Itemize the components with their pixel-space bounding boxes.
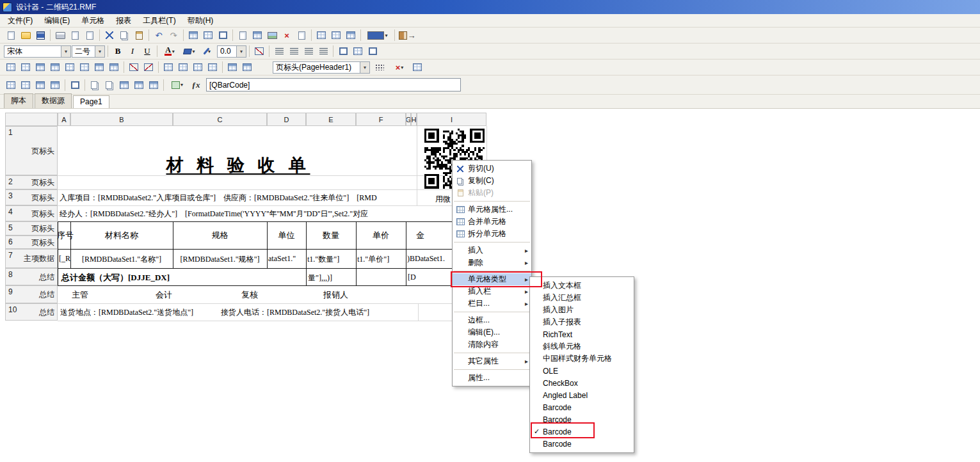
- formula-input[interactable]: [QBarCode]: [206, 78, 461, 92]
- context-menu-item-split-cells[interactable]: 拆分单元格: [453, 228, 531, 240]
- diagonal-slash-button[interactable]: [127, 61, 141, 74]
- row-header-9[interactable]: 9总结: [5, 285, 58, 303]
- submenu-item-richtext[interactable]: RichText: [530, 328, 634, 340]
- chevron-down-icon[interactable]: ▾: [360, 62, 369, 73]
- align-justify-button[interactable]: [316, 45, 330, 58]
- superscript-button[interactable]: [225, 61, 239, 74]
- band-selector-combo[interactable]: 页标头(PageHeader1) ▾: [273, 61, 370, 74]
- insert-column-right-button[interactable]: [19, 61, 33, 74]
- line-color-button[interactable]: ▾: [200, 45, 216, 58]
- group-button[interactable]: [88, 79, 102, 92]
- chevron-down-icon[interactable]: ▾: [61, 46, 70, 57]
- report-table-button[interactable]: [201, 29, 215, 42]
- font-color-button[interactable]: A▾: [160, 45, 179, 58]
- chevron-down-icon[interactable]: ▾: [236, 46, 246, 57]
- submenu-item-diagonal-cell[interactable]: 斜线单元格: [530, 340, 634, 353]
- cut-button[interactable]: [102, 29, 116, 42]
- tab-page1[interactable]: Page1: [73, 95, 109, 108]
- merge-right-button[interactable]: [176, 61, 190, 74]
- row-header-10[interactable]: 10总结: [5, 303, 58, 321]
- total-mid-cell[interactable]: 量"],,,)]: [308, 273, 332, 283]
- merge-up-button[interactable]: [191, 61, 205, 74]
- print-preview-button[interactable]: [68, 29, 82, 42]
- border-none-button[interactable]: [365, 45, 380, 58]
- submenu-item-insert-image[interactable]: 插入图片: [530, 304, 634, 316]
- table-header-name[interactable]: 材料名称: [70, 230, 173, 241]
- insert-column-left-button[interactable]: [4, 61, 18, 74]
- insert-image-button[interactable]: [265, 29, 279, 42]
- menu-file[interactable]: 文件(F): [2, 14, 38, 28]
- column-header-I[interactable]: I: [417, 113, 486, 126]
- paste-button[interactable]: [132, 29, 146, 42]
- row-header-3[interactable]: 3页标头: [5, 189, 58, 205]
- show-bands-button[interactable]: [344, 29, 358, 42]
- context-menu-item-cell-properties[interactable]: 单元格属性...: [453, 203, 531, 216]
- column-header-H[interactable]: H: [411, 113, 417, 126]
- submenu-item-insert-summary[interactable]: 插入汇总框: [530, 292, 634, 304]
- submenu-item-chinese-financial-cell[interactable]: 中国样式财务单元格: [530, 353, 634, 365]
- open-file-button[interactable]: [19, 29, 33, 42]
- context-menu-item-edit[interactable]: 编辑(E)...: [453, 326, 531, 339]
- table-style-button-1[interactable]: [117, 79, 131, 92]
- column-header-B[interactable]: B: [70, 113, 173, 126]
- data-cell-unit[interactable]: ataSet1.": [268, 254, 296, 264]
- distribute-button[interactable]: [48, 79, 62, 92]
- chevron-down-icon[interactable]: ▾: [95, 46, 104, 57]
- exit-designer-button[interactable]: →: [398, 29, 417, 42]
- tab-datasource[interactable]: 数据源: [35, 93, 72, 108]
- submenu-item-insert-textbox[interactable]: 插入文本框: [530, 280, 634, 292]
- row-header-4[interactable]: 4页标头: [5, 205, 58, 221]
- copy-button[interactable]: [117, 29, 131, 42]
- table-header-qty[interactable]: 数量: [306, 230, 356, 241]
- sign-accountant-cell[interactable]: 会计: [156, 289, 172, 301]
- context-menu-item-delete[interactable]: 删除▸: [453, 257, 531, 269]
- font-family-combo[interactable]: 宋体 ▾: [4, 45, 71, 58]
- submenu-item-insert-subreport[interactable]: 插入子报表: [530, 316, 634, 328]
- align-left-button[interactable]: [272, 45, 286, 58]
- table-header-amount[interactable]: 金: [406, 230, 435, 241]
- show-headers-button[interactable]: [329, 29, 343, 42]
- data-cell-seq[interactable]: [_R: [59, 254, 70, 264]
- sign-reviewer-cell[interactable]: 复核: [241, 289, 258, 301]
- resize-row-button[interactable]: [107, 61, 121, 74]
- merge-down-button[interactable]: [205, 61, 220, 74]
- align-top-button[interactable]: [4, 79, 18, 92]
- submenu-item-checkbox[interactable]: CheckBox: [530, 377, 634, 389]
- table-style-button-3[interactable]: [147, 79, 161, 92]
- context-menu-item-merge-cells[interactable]: 合并单元格: [453, 216, 531, 228]
- align-center-button[interactable]: [287, 45, 301, 58]
- data-cell-name[interactable]: [RMDBDataSet1."名称"]: [70, 254, 173, 265]
- submenu-item-barcode-4[interactable]: Barcode: [530, 438, 634, 450]
- new-page-button[interactable]: [294, 29, 309, 42]
- merge-left-button[interactable]: [161, 61, 175, 74]
- bold-button[interactable]: B: [111, 45, 125, 58]
- insert-object-dropdown[interactable]: ▾: [166, 79, 188, 92]
- report-title-cell[interactable]: 材 料 验 收 单: [70, 154, 406, 177]
- context-menu-item-clear-content[interactable]: 清除内容: [453, 339, 531, 351]
- resize-column-button[interactable]: [92, 61, 106, 74]
- column-header-G[interactable]: G: [406, 113, 411, 126]
- column-header-E[interactable]: E: [306, 113, 356, 126]
- row-header-5[interactable]: 5页标头: [5, 221, 58, 235]
- menu-report[interactable]: 报表: [110, 14, 137, 28]
- context-menu-item-cut[interactable]: 剪切(U): [453, 163, 531, 175]
- lock-button[interactable]: [410, 61, 424, 74]
- submenu-item-barcode-1[interactable]: Barcode: [530, 401, 634, 413]
- context-menu-item-columns[interactable]: 栏目...▸: [453, 298, 531, 310]
- underline-button[interactable]: U: [140, 45, 154, 58]
- border-outline-button[interactable]: [336, 45, 350, 58]
- data-cell-qty[interactable]: t1."数量"]: [307, 254, 339, 265]
- ungroup-button[interactable]: [102, 79, 116, 92]
- delete-object-button[interactable]: ×: [280, 29, 294, 42]
- menu-edit[interactable]: 编辑(E): [38, 14, 76, 28]
- row-header-7[interactable]: 7主项数据: [5, 249, 58, 268]
- data-cell-amount[interactable]: )BDataSet1.: [407, 254, 445, 264]
- page-setup-button[interactable]: [83, 29, 97, 42]
- delete-column-button[interactable]: [63, 61, 77, 74]
- data-cell-price[interactable]: t1."单价"]: [357, 254, 389, 265]
- footer-address-cell[interactable]: 送货地点：[RMDBDataSet2."送货地点"]: [60, 307, 193, 318]
- italic-button[interactable]: I: [125, 45, 140, 58]
- sheet-corner-cell[interactable]: [5, 113, 58, 126]
- row-header-2[interactable]: 2页标头: [5, 175, 58, 189]
- context-menu-item-other-properties[interactable]: 其它属性▸: [453, 355, 531, 367]
